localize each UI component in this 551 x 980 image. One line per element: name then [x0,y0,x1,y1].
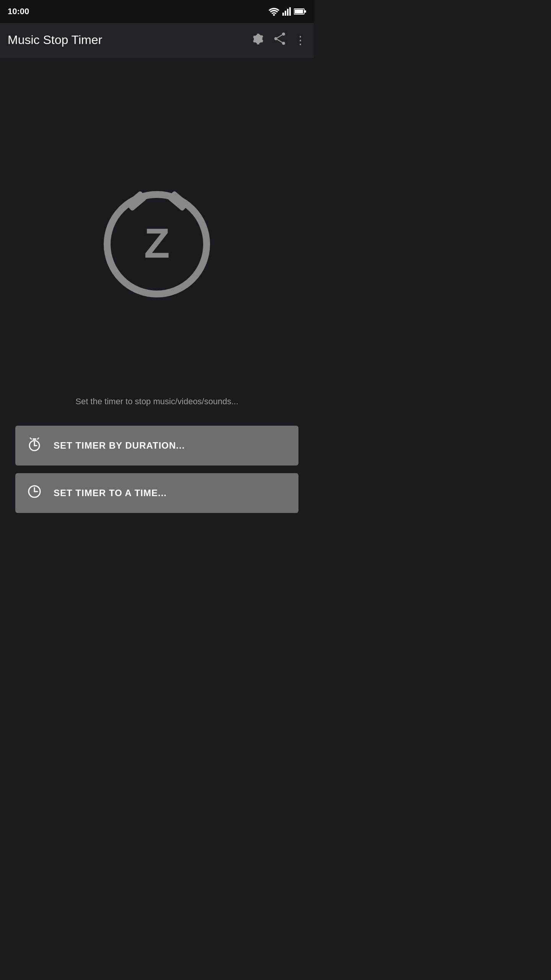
svg-line-11 [277,35,282,38]
status-bar: 10:00 [0,0,314,23]
app-title: Music Stop Timer [8,33,252,47]
svg-rect-3 [287,9,289,16]
svg-point-9 [274,37,277,40]
svg-rect-6 [295,10,303,13]
svg-rect-1 [282,13,284,16]
svg-point-0 [273,14,275,16]
more-options-icon[interactable]: ⋮ [295,33,306,47]
buttons-container: SET TIMER BY DURATION... SET TIMER TO A … [15,426,298,513]
svg-point-8 [282,33,285,36]
share-icon[interactable] [274,32,285,48]
svg-line-22 [37,438,39,439]
set-timer-time-button[interactable]: SET TIMER TO A TIME... [15,473,298,513]
wifi-icon [269,7,279,16]
set-timer-duration-label: SET TIMER BY DURATION... [54,440,185,451]
svg-text:Z: Z [144,219,170,266]
set-timer-duration-button[interactable]: SET TIMER BY DURATION... [15,426,298,466]
svg-rect-20 [33,438,36,440]
svg-point-10 [282,42,285,45]
svg-rect-7 [305,10,306,13]
status-icons [269,7,306,16]
toolbar: Music Stop Timer ⋮ [0,23,314,57]
alarm-clock-icon: Z [92,170,222,300]
description-text: Set the timer to stop music/videos/sound… [75,397,238,407]
svg-rect-2 [285,11,286,16]
alarm-icon-container: Z [15,80,298,389]
stopwatch-icon [27,436,42,455]
status-time: 10:00 [8,7,29,16]
clock-icon [27,484,42,502]
main-content: Z Set the timer to stop music/videos/sou… [0,57,314,559]
signal-icon [282,7,291,16]
battery-icon [294,8,306,15]
toolbar-actions: ⋮ [252,32,306,48]
settings-icon[interactable] [252,32,265,48]
set-timer-time-label: SET TIMER TO A TIME... [54,488,167,498]
svg-rect-4 [289,7,291,16]
svg-line-21 [30,438,31,439]
svg-line-12 [277,39,282,42]
